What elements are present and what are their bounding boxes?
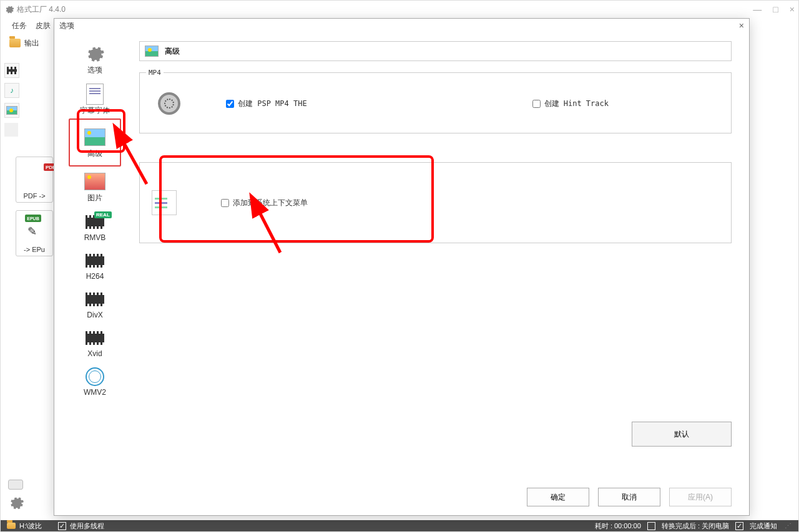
main-title: 格式工厂 4.4.0: [17, 4, 66, 15]
pdf-converter-item[interactable]: PDF PDF ->: [16, 157, 53, 203]
ok-button[interactable]: 确定: [527, 488, 589, 506]
pdf-label: PDF ->: [16, 192, 52, 200]
header-label: 高级: [165, 46, 180, 57]
sidebar-item-label: H264: [86, 272, 104, 281]
sidebar-item-label: 图片: [87, 193, 102, 203]
film-icon: [86, 331, 104, 345]
film-icon: [86, 254, 104, 268]
app-icon: [4, 4, 14, 14]
sidebar-item-label: Xvid: [87, 349, 102, 358]
context-menu-checkbox-label[interactable]: 添加到系统上下文菜单: [221, 198, 308, 208]
film-icon: [86, 293, 104, 306]
picture-tab-icon[interactable]: [4, 103, 19, 118]
sidebar-item-advanced[interactable]: 高级: [69, 118, 121, 167]
psp-mp4-checkbox-label[interactable]: 创建 PSP MP4 THE: [226, 99, 307, 109]
main-titlebar: 格式工厂 4.4.0 — □ ×: [1, 1, 798, 18]
film-icon: REAL: [86, 215, 104, 229]
status-path[interactable]: H:\波比: [19, 521, 42, 531]
context-menu-panel: 添加到系统上下文菜单: [139, 162, 732, 243]
resize-grip-icon[interactable]: ⋰: [783, 522, 792, 530]
sidebar-item-options[interactable]: 选项: [70, 39, 120, 79]
multithread-label: 使用多线程: [70, 521, 104, 531]
after-convert-label: 转换完成后 : 关闭电脑: [662, 521, 729, 531]
dialog-titlebar: 选项 ×: [54, 19, 749, 32]
context-menu-checkbox[interactable]: [221, 199, 229, 207]
sidebar-item-label: DivX: [87, 311, 102, 319]
sidebar-item-label: RMVB: [84, 233, 106, 242]
photo-icon: [84, 173, 105, 190]
menu-skin[interactable]: 皮肤: [36, 21, 51, 31]
picture-icon: [145, 46, 159, 57]
sidebar-item-wmv2[interactable]: WMV2: [70, 362, 120, 400]
content-header: 高级: [139, 41, 732, 61]
close-icon[interactable]: ×: [790, 4, 795, 14]
output-label[interactable]: 输出: [24, 38, 39, 49]
dialog-footer: 确定 取消 应用(A): [527, 488, 732, 506]
sidebar-item-label: 选项: [87, 65, 102, 75]
picture-icon: [84, 128, 105, 146]
elapsed-time: 耗时 : 00:00:00: [595, 521, 641, 531]
video-tab-icon[interactable]: [4, 63, 19, 78]
dialog-sidebar: 选项 字幕字体 高级 图片 REAL RMVB: [54, 32, 135, 515]
sidebar-item-h264[interactable]: H264: [70, 246, 120, 284]
hdd-icon[interactable]: [8, 480, 23, 490]
hint-track-checkbox-label[interactable]: 创建 Hint Track: [532, 99, 609, 109]
sidebar-item-divx[interactable]: DivX: [70, 284, 120, 323]
sidebar-item-rmvb[interactable]: REAL RMVB: [70, 207, 120, 246]
cancel-button[interactable]: 取消: [598, 488, 660, 506]
hint-track-checkbox[interactable]: [532, 100, 541, 108]
dialog-content: 高级 MP4 创建 PSP MP4 THE 创建: [135, 32, 749, 515]
minimize-icon[interactable]: —: [753, 4, 762, 14]
sidebar-item-label: 字幕字体: [80, 105, 110, 116]
film-reel-icon: [158, 92, 180, 115]
audio-tab-icon[interactable]: ♪: [4, 83, 19, 98]
gear-icon: [85, 44, 105, 64]
document-icon: [86, 84, 104, 105]
psp-mp4-checkbox[interactable]: [226, 100, 234, 108]
notify-label: 完成通知: [750, 521, 777, 531]
notify-checkbox[interactable]: ✓: [735, 522, 743, 530]
sidebar-item-xvid[interactable]: Xvid: [70, 323, 120, 362]
epub-label: -> EPu: [16, 246, 52, 253]
statusbar: H:\波比 ✓ 使用多线程 耗时 : 00:00:00 转换完成后 : 关闭电脑…: [1, 520, 798, 531]
options-dialog: 选项 × 选项 字幕字体 高级 图片: [54, 18, 750, 516]
after-convert-checkbox[interactable]: [647, 522, 655, 530]
default-button[interactable]: 默认: [632, 422, 732, 447]
dialog-close-icon[interactable]: ×: [739, 21, 744, 31]
sidebar-item-label: WMV2: [84, 388, 106, 397]
maximize-icon[interactable]: □: [773, 4, 778, 14]
globe-icon: [86, 367, 104, 386]
folder-icon: [9, 39, 21, 47]
menu-tasks[interactable]: 任务: [12, 21, 27, 31]
context-menu-icon: [152, 190, 177, 215]
mp4-group-title: MP4: [146, 69, 164, 77]
dialog-title: 选项: [59, 21, 74, 31]
main-window: 格式工厂 4.4.0 — □ × 任务 皮肤 输出 ♪ PDF PDF -> E…: [0, 0, 799, 532]
sidebar-item-label: 高级: [87, 148, 102, 159]
status-folder-icon: [7, 523, 16, 529]
settings-gear-icon[interactable]: [8, 495, 24, 511]
apply-button[interactable]: 应用(A): [669, 488, 732, 506]
epub-converter-item[interactable]: EPUB ✎ -> EPu: [16, 210, 53, 256]
multithread-checkbox[interactable]: ✓: [58, 522, 66, 530]
epub-badge: EPUB: [25, 215, 41, 222]
left-rail: ♪: [4, 63, 22, 137]
doc-tab-icon[interactable]: [4, 123, 18, 137]
drive-icons: [8, 480, 23, 513]
mp4-group: MP4 创建 PSP MP4 THE 创建 Hint Track: [139, 72, 732, 133]
sidebar-item-subtitle-font[interactable]: 字幕字体: [70, 79, 120, 120]
sidebar-item-picture[interactable]: 图片: [70, 167, 120, 207]
